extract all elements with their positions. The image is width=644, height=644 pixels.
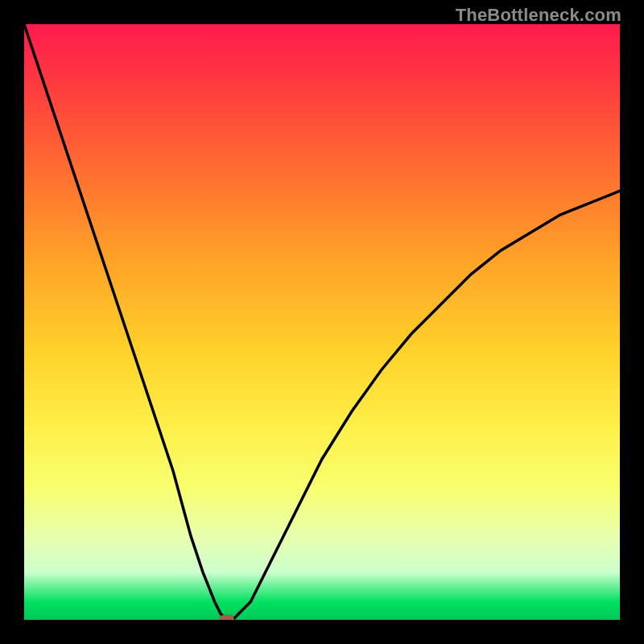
attribution-label: TheBottleneck.com (456, 5, 621, 26)
chart-svg (24, 24, 620, 620)
minimum-marker (220, 615, 234, 620)
chart-frame: TheBottleneck.com (0, 0, 644, 644)
bottleneck-curve (24, 24, 620, 620)
plot-area (24, 24, 620, 620)
